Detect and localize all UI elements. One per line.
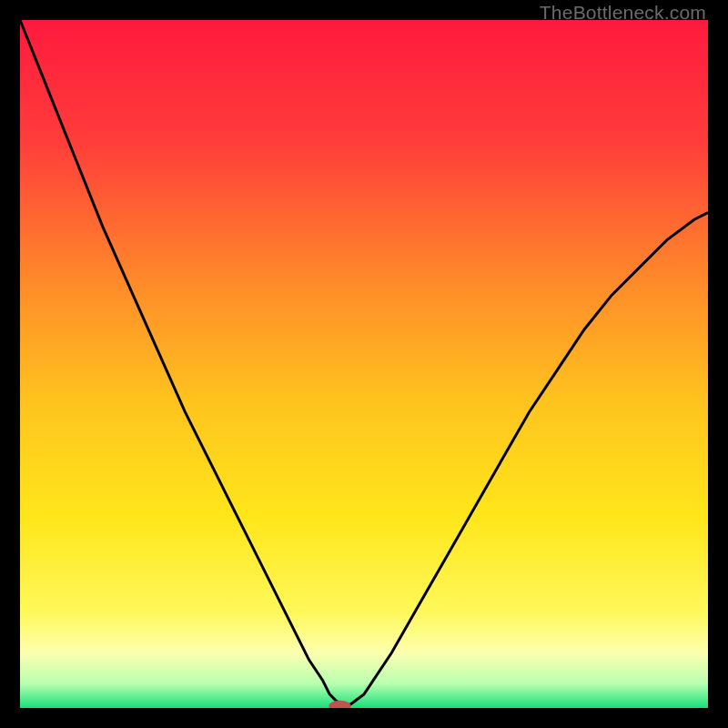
bottleneck-chart [20,20,708,708]
chart-frame [20,20,708,708]
gradient-background [20,20,708,708]
